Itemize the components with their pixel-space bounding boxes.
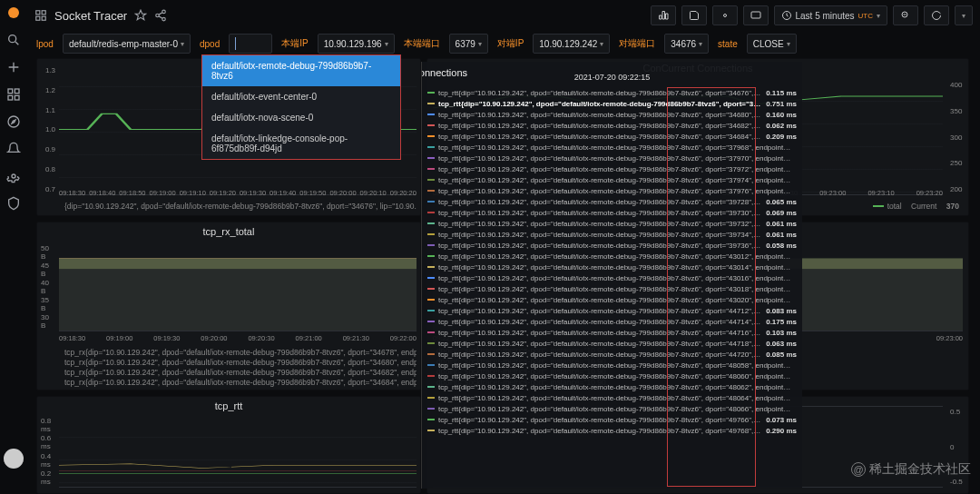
- var-lip-select[interactable]: 10.90.129.196▾: [318, 34, 395, 54]
- refresh-interval-button[interactable]: ▾: [955, 5, 973, 25]
- tooltip-row: tcp_rtt{dip="10.90.129.242", dpod="defau…: [422, 87, 802, 98]
- var-dport-label: 对端端口: [619, 37, 655, 50]
- tooltip-row: tcp_rtt{dip="10.90.129.242", dpod="defau…: [422, 229, 802, 240]
- template-variables-row: lpod default/redis-emp-master-0▾ dpod 本端…: [36, 33, 969, 54]
- settings-button[interactable]: [712, 5, 738, 25]
- tooltip-row: tcp_rtt{dip="10.90.129.242", dpod="defau…: [422, 360, 802, 370]
- tooltip-row: tcp_rtt{dip="10.90.129.242", dpod="defau…: [422, 207, 802, 218]
- svg-rect-4: [8, 95, 13, 100]
- nav-rail: [0, 0, 27, 494]
- dpod-option[interactable]: default/iotx-nova-scene-0: [202, 107, 400, 128]
- svg-point-7: [12, 174, 15, 178]
- share-icon[interactable]: [154, 9, 167, 22]
- tooltip-row: tcp_rtt{dip="10.90.129.242", dpod="defau…: [422, 196, 802, 207]
- svg-rect-10: [36, 16, 40, 20]
- dpod-option[interactable]: default/iotx-event-center-0: [202, 86, 400, 107]
- svg-point-12: [162, 10, 166, 13]
- alert-icon[interactable]: [6, 142, 21, 156]
- dpod-option[interactable]: default/iotx-linkedge-console-pop-6f875d…: [202, 128, 400, 159]
- tooltip-row: tcp_rtt{dip="10.90.129.242", dpod="defau…: [422, 349, 802, 360]
- var-state-label: state: [718, 39, 738, 49]
- grafana-icon[interactable]: [6, 5, 21, 20]
- tv-button[interactable]: [743, 5, 769, 25]
- svg-point-1: [9, 35, 16, 43]
- chart-tooltip: ConCurrent Connections 2021-07-20 09:22:…: [421, 62, 802, 489]
- tooltip-row: tcp_rtt{dip="10.90.129.242", dpod="defau…: [422, 120, 802, 131]
- page-title: Socket Tracer: [54, 9, 127, 23]
- tooltip-row: tcp_rtt{dip="10.90.129.242", dpod="defau…: [422, 174, 802, 185]
- star-icon[interactable]: [134, 9, 147, 22]
- svg-rect-5: [15, 95, 19, 100]
- var-state-select[interactable]: CLOSE▾: [747, 34, 797, 54]
- svg-rect-2: [8, 89, 13, 94]
- search-icon[interactable]: [6, 33, 21, 47]
- panel-tcp-rx-title: tcp_rx_total: [37, 222, 420, 241]
- tooltip-row: tcp_rtt{dip="10.90.129.242", dpod="defau…: [422, 98, 802, 109]
- var-dport-select[interactable]: 34676▾: [664, 34, 709, 54]
- tooltip-row: tcp_rtt{dip="10.90.129.242", dpod="defau…: [422, 370, 802, 381]
- var-dip-label: 对端IP: [497, 37, 524, 50]
- tooltip-row: tcp_rtt{dip="10.90.129.242", dpod="defau…: [422, 109, 802, 120]
- var-lport-label: 本端端口: [404, 37, 440, 50]
- panel-generic-legend: {dip="10.90.129.242", dpod="default/iotx…: [64, 202, 416, 212]
- add-panel-button[interactable]: [651, 5, 676, 25]
- tooltip-row: tcp_rtt{dip="10.90.129.242", dpod="defau…: [422, 381, 802, 392]
- svg-rect-19: [59, 258, 416, 331]
- svg-point-6: [8, 116, 19, 127]
- var-dpod-input[interactable]: [229, 34, 272, 54]
- shield-icon[interactable]: [6, 196, 21, 211]
- dashboards-icon[interactable]: [6, 87, 21, 102]
- tooltip-row: tcp_rtt{dip="10.90.129.242", dpod="defau…: [422, 251, 802, 262]
- tooltip-time: 2021-07-20 09:22:15: [422, 73, 802, 82]
- tooltip-row: tcp_rtt{dip="10.90.129.242", dpod="defau…: [422, 153, 802, 163]
- tooltip-row: tcp_rtt{dip="10.90.129.242", dpod="defau…: [422, 425, 802, 436]
- tooltip-row: tcp_rtt{dip="10.90.129.242", dpod="defau…: [422, 262, 802, 272]
- svg-rect-8: [36, 11, 40, 15]
- svg-rect-16: [751, 12, 760, 18]
- tooltip-row: tcp_rtt{dip="10.90.129.242", dpod="defau…: [422, 305, 802, 316]
- tooltip-row: tcp_rtt{dip="10.90.129.242", dpod="defau…: [422, 327, 802, 338]
- tooltip-row: tcp_rtt{dip="10.90.129.242", dpod="defau…: [422, 163, 802, 174]
- panel-tcp-rtt[interactable]: tcp_rtt 0.8 ms0.6 ms0.4 ms0.2 ms: [36, 396, 421, 494]
- tooltip-row: tcp_rtt{dip="10.90.129.242", dpod="defau…: [422, 403, 802, 414]
- watermark: @稀土掘金技术社区: [851, 461, 971, 478]
- var-lpod-label: lpod: [36, 39, 54, 49]
- var-lip-label: 本端IP: [281, 37, 308, 50]
- tooltip-row: tcp_rtt{dip="10.90.129.242", dpod="defau…: [422, 240, 802, 251]
- tooltip-row: tcp_rtt{dip="10.90.129.242", dpod="defau…: [422, 338, 802, 349]
- dashboard-grid-icon: [34, 9, 47, 22]
- svg-rect-3: [15, 89, 19, 94]
- refresh-button[interactable]: [924, 5, 949, 25]
- time-range-button[interactable]: Last 5 minutes UTC ▾: [774, 5, 888, 25]
- tooltip-row: tcp_rtt{dip="10.90.129.242", dpod="defau…: [422, 316, 802, 327]
- panel-tcp-rx[interactable]: tcp_rx_total 50 B45 B40 B35 B30 B 09:18:…: [36, 222, 421, 390]
- tooltip-row: tcp_rtt{dip="10.90.129.242", dpod="defau…: [422, 218, 802, 229]
- svg-point-14: [162, 17, 166, 21]
- time-tz: UTC: [858, 12, 873, 20]
- svg-rect-20: [59, 258, 416, 269]
- time-range-label: Last 5 minutes: [796, 11, 855, 21]
- var-lport-select[interactable]: 6379▾: [449, 34, 488, 54]
- svg-point-0: [8, 7, 19, 18]
- zoom-out-button[interactable]: [893, 5, 918, 25]
- dpod-option[interactable]: default/iotx-remote-debug-799d86b9b7-8tv…: [202, 55, 400, 86]
- svg-point-15: [723, 15, 726, 17]
- tooltip-row: tcp_rtt{dip="10.90.129.242", dpod="defau…: [422, 142, 802, 153]
- svg-rect-11: [42, 16, 45, 20]
- topbar: Socket Tracer Last 5 minutes UTC ▾ ▾: [27, 0, 980, 31]
- save-button[interactable]: [681, 5, 707, 25]
- tooltip-row: tcp_rtt{dip="10.90.129.242", dpod="defau…: [422, 283, 802, 294]
- var-dip-select[interactable]: 10.90.129.242▾: [533, 34, 610, 54]
- tooltip-row: tcp_rtt{dip="10.90.129.242", dpod="defau…: [422, 294, 802, 305]
- var-dpod-dropdown[interactable]: default/iotx-remote-debug-799d86b9b7-8tv…: [201, 54, 401, 160]
- explore-icon[interactable]: [6, 114, 21, 129]
- gear-icon[interactable]: [6, 169, 21, 183]
- var-lpod-select[interactable]: default/redis-emp-master-0▾: [63, 34, 191, 54]
- tooltip-row: tcp_rtt{dip="10.90.129.242", dpod="defau…: [422, 185, 802, 196]
- svg-rect-9: [42, 11, 45, 15]
- tooltip-row: tcp_rtt{dip="10.90.129.242", dpod="defau…: [422, 131, 802, 142]
- tooltip-row: tcp_rtt{dip="10.90.129.242", dpod="defau…: [422, 392, 802, 403]
- avatar[interactable]: [4, 449, 24, 469]
- svg-point-13: [156, 14, 160, 17]
- plus-icon[interactable]: [6, 60, 21, 74]
